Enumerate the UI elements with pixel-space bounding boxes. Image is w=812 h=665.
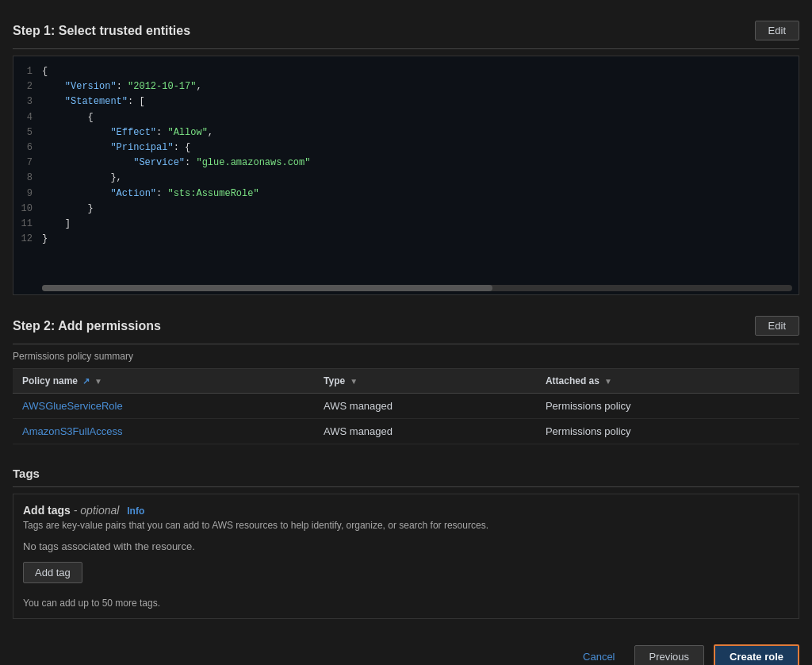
code-scrollbar-thumb <box>42 285 492 291</box>
code-line: 9 "Action": "sts:AssumeRole" <box>13 186 799 202</box>
policy-name-cell: AmazonS3FullAccess <box>13 419 314 444</box>
tags-content: Add tags - optional Info Tags are key-va… <box>13 494 799 619</box>
tags-title: Tags <box>13 457 799 487</box>
tags-section: Tags Add tags - optional Info Tags are k… <box>13 457 799 619</box>
no-tags-text: No tags associated with the resource. <box>23 540 789 552</box>
info-link[interactable]: Info <box>127 505 144 517</box>
code-line: 3 "Statement": [ <box>13 94 799 110</box>
policy-link[interactable]: AmazonS3FullAccess <box>22 425 122 437</box>
step1-section: Step 1: Select trusted entities Edit 1 {… <box>13 13 799 295</box>
code-line: 2 "Version": "2012-10-17", <box>13 79 799 94</box>
policy-attached-as-cell: Permissions policy <box>536 394 799 419</box>
step2-edit-button[interactable]: Edit <box>755 316 799 336</box>
external-link-icon: ↗ <box>82 376 90 386</box>
policy-link[interactable]: AWSGlueServiceRole <box>22 400 123 412</box>
code-line: 11 ] <box>13 217 799 232</box>
previous-button[interactable]: Previous <box>634 645 705 665</box>
col-attached-as: Attached as ▼ <box>536 369 799 394</box>
code-line: 12 } <box>13 232 799 247</box>
attached-as-filter-icon[interactable]: ▼ <box>604 377 612 386</box>
policy-name-cell: AWSGlueServiceRole <box>13 394 314 419</box>
permissions-summary-label: Permissions policy summary <box>13 344 799 369</box>
table-row: AmazonS3FullAccessAWS managedPermissions… <box>13 419 799 444</box>
policy-type-cell: AWS managed <box>314 419 536 444</box>
page-container: Step 1: Select trusted entities Edit 1 {… <box>13 13 799 665</box>
code-scrollbar[interactable] <box>42 285 792 291</box>
code-line: 1 { <box>13 64 799 79</box>
table-row: AWSGlueServiceRoleAWS managedPermissions… <box>13 394 799 419</box>
add-tags-heading: Add tags - optional Info <box>23 504 789 517</box>
tags-limit-text: You can add up to 50 more tags. <box>23 598 789 609</box>
col-policy-name: Policy name ↗ ▼ <box>13 369 314 394</box>
code-line: 5 "Effect": "Allow", <box>13 125 799 140</box>
code-line: 4 { <box>13 110 799 125</box>
cancel-button[interactable]: Cancel <box>573 646 624 665</box>
step2-header: Step 2: Add permissions Edit <box>13 308 799 344</box>
create-role-button[interactable]: Create role <box>714 644 799 665</box>
table-header-row: Policy name ↗ ▼ Type ▼ Attached as <box>13 369 799 394</box>
type-filter-icon[interactable]: ▼ <box>350 377 358 386</box>
step1-header: Step 1: Select trusted entities Edit <box>13 13 799 49</box>
col-type: Type ▼ <box>314 369 536 394</box>
permissions-table: Policy name ↗ ▼ Type ▼ Attached as <box>13 369 799 444</box>
code-line: 8 }, <box>13 171 799 186</box>
code-line: 10 } <box>13 202 799 217</box>
step2-section: Step 2: Add permissions Edit Permissions… <box>13 308 799 444</box>
step1-title: Step 1: Select trusted entities <box>13 24 190 38</box>
code-editor: 1 { 2 "Version": "2012-10-17", 3 "Statem… <box>13 56 799 295</box>
policy-name-filter-icon[interactable]: ▼ <box>94 377 102 386</box>
optional-text: - optional <box>74 504 120 517</box>
action-bar: Cancel Previous Create role <box>13 632 799 665</box>
step1-edit-button[interactable]: Edit <box>755 21 799 40</box>
add-tag-button[interactable]: Add tag <box>23 562 82 583</box>
tags-description: Tags are key-value pairs that you can ad… <box>23 520 789 531</box>
policy-type-cell: AWS managed <box>314 394 536 419</box>
code-line: 7 "Service": "glue.amazonaws.com" <box>13 156 799 171</box>
policy-attached-as-cell: Permissions policy <box>536 419 799 444</box>
code-line: 6 "Principal": { <box>13 140 799 156</box>
step2-title: Step 2: Add permissions <box>13 319 161 333</box>
